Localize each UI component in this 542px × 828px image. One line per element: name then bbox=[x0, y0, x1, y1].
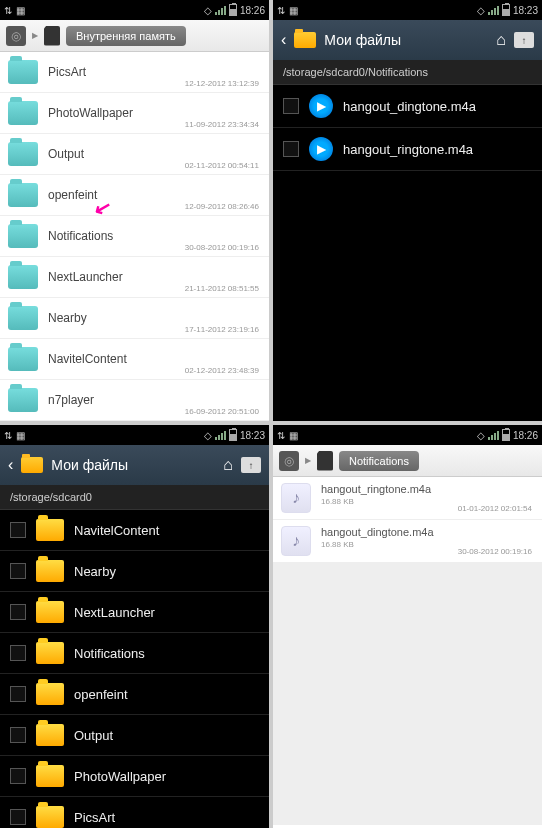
folder-row[interactable]: Nearby bbox=[0, 551, 269, 592]
file-row[interactable]: ▶hangout_dingtone.m4a bbox=[273, 85, 542, 128]
chevron-right-icon: ▶ bbox=[32, 31, 38, 40]
timestamp: 16-09-2012 20:51:00 bbox=[185, 407, 259, 416]
folder-row[interactable]: PicsArt12-12-2012 13:12:39 bbox=[0, 52, 269, 93]
sdcard-icon[interactable] bbox=[317, 451, 333, 471]
folder-row[interactable]: Output bbox=[0, 715, 269, 756]
signal-icon bbox=[215, 5, 226, 15]
back-button[interactable]: ‹ bbox=[8, 456, 13, 474]
folder-row[interactable]: PicsArt bbox=[0, 797, 269, 828]
timestamp: 12-09-2012 08:26:46 bbox=[185, 202, 259, 211]
timestamp: 30-08-2012 00:19:16 bbox=[185, 243, 259, 252]
folder-row[interactable]: Nearby17-11-2012 23:19:16 bbox=[0, 298, 269, 339]
folder-row[interactable]: NavitelContent bbox=[0, 510, 269, 551]
app-icon: ▦ bbox=[289, 430, 298, 441]
folder-name: Notifications bbox=[74, 646, 145, 661]
checkbox[interactable] bbox=[283, 98, 299, 114]
status-bar: ⇅▦ ◇ 18:26 bbox=[0, 0, 269, 20]
checkbox[interactable] bbox=[10, 686, 26, 702]
signal-icon bbox=[488, 430, 499, 440]
signal-icon bbox=[488, 5, 499, 15]
audio-icon: ▶ bbox=[309, 137, 333, 161]
file-row[interactable]: ▶hangout_ringtone.m4a bbox=[273, 128, 542, 171]
root-button[interactable]: ◎ bbox=[6, 26, 26, 46]
path-bar[interactable]: /storage/sdcard0 bbox=[0, 485, 269, 510]
folder-icon bbox=[8, 142, 38, 166]
file-list[interactable]: ♪hangout_ringtone.m4a16.88 KB01-01-2012 … bbox=[273, 477, 542, 563]
status-bar: ⇅▦ ◇ 18:26 bbox=[273, 425, 542, 445]
file-row[interactable]: ♪hangout_dingtone.m4a16.88 KB30-08-2012 … bbox=[273, 520, 542, 563]
back-button[interactable]: ‹ bbox=[281, 31, 286, 49]
app-title: Мои файлы bbox=[51, 457, 215, 473]
file-name: hangout_ringtone.m4a bbox=[343, 142, 473, 157]
checkbox[interactable] bbox=[10, 563, 26, 579]
timestamp: 17-11-2012 23:19:16 bbox=[185, 325, 259, 334]
signal-icon bbox=[215, 430, 226, 440]
folder-row[interactable]: Output02-11-2012 00:54:11 bbox=[0, 134, 269, 175]
up-button[interactable]: ↑ bbox=[514, 32, 534, 48]
pane-light-root: ⇅▦ ◇ 18:26 ◎ ▶ Внутренняя память PicsArt… bbox=[0, 0, 269, 421]
checkbox[interactable] bbox=[10, 768, 26, 784]
folder-row[interactable]: PhotoWallpaper11-09-2012 23:34:34 bbox=[0, 93, 269, 134]
checkbox[interactable] bbox=[10, 645, 26, 661]
checkbox[interactable] bbox=[283, 141, 299, 157]
clock: 18:26 bbox=[240, 5, 265, 16]
checkbox[interactable] bbox=[10, 727, 26, 743]
usb-icon: ⇅ bbox=[277, 430, 285, 441]
folder-icon bbox=[36, 765, 64, 787]
folder-icon bbox=[8, 265, 38, 289]
folder-name: openfeint bbox=[48, 188, 261, 202]
path-bar[interactable]: /storage/sdcard0/Notifications bbox=[273, 60, 542, 85]
timestamp: 21-11-2012 08:51:55 bbox=[185, 284, 259, 293]
pane-light-notifications: ⇅▦ ◇ 18:26 ◎ ▶ Notifications ♪hangout_ri… bbox=[273, 425, 542, 828]
status-bar: ⇅▦ ◇ 18:23 bbox=[0, 425, 269, 445]
home-button[interactable]: ⌂ bbox=[223, 456, 233, 474]
folder-name: PicsArt bbox=[48, 65, 261, 79]
folder-row[interactable]: NextLauncher bbox=[0, 592, 269, 633]
folder-icon bbox=[8, 224, 38, 248]
checkbox[interactable] bbox=[10, 809, 26, 825]
folder-row[interactable]: PhotoWallpaper bbox=[0, 756, 269, 797]
music-icon: ♪ bbox=[281, 526, 311, 556]
app-icon: ▦ bbox=[16, 5, 25, 16]
breadcrumb[interactable]: Notifications bbox=[339, 451, 419, 471]
file-name: hangout_dingtone.m4a bbox=[343, 99, 476, 114]
folder-list[interactable]: PicsArt12-12-2012 13:12:39PhotoWallpaper… bbox=[0, 52, 269, 421]
folder-list[interactable]: NavitelContentNearbyNextLauncherNotifica… bbox=[0, 510, 269, 828]
wifi-icon: ◇ bbox=[204, 430, 212, 441]
folder-name: Notifications bbox=[48, 229, 261, 243]
folder-row[interactable]: openfeint bbox=[0, 674, 269, 715]
up-button[interactable]: ↑ bbox=[241, 457, 261, 473]
folder-row[interactable]: NavitelContent02-12-2012 23:48:39 bbox=[0, 339, 269, 380]
clock: 18:23 bbox=[513, 5, 538, 16]
folder-icon bbox=[294, 32, 316, 48]
file-row[interactable]: ♪hangout_ringtone.m4a16.88 KB01-01-2012 … bbox=[273, 477, 542, 520]
checkbox[interactable] bbox=[10, 604, 26, 620]
folder-icon bbox=[36, 560, 64, 582]
folder-row[interactable]: n7player16-09-2012 20:51:00 bbox=[0, 380, 269, 421]
clock: 18:26 bbox=[513, 430, 538, 441]
folder-icon bbox=[36, 806, 64, 828]
folder-row[interactable]: NextLauncher21-11-2012 08:51:55 bbox=[0, 257, 269, 298]
folder-row[interactable]: Notifications bbox=[0, 633, 269, 674]
root-button[interactable]: ◎ bbox=[279, 451, 299, 471]
breadcrumb[interactable]: Внутренняя память bbox=[66, 26, 186, 46]
sdcard-icon[interactable] bbox=[44, 26, 60, 46]
toolbar: ‹ Мои файлы ⌂ ↑ bbox=[273, 20, 542, 60]
file-name: hangout_dingtone.m4a bbox=[321, 526, 434, 538]
wifi-icon: ◇ bbox=[477, 430, 485, 441]
timestamp: 12-12-2012 13:12:39 bbox=[185, 79, 259, 88]
folder-row[interactable]: Notifications30-08-2012 00:19:16 bbox=[0, 216, 269, 257]
folder-name: NavitelContent bbox=[74, 523, 159, 538]
file-size: 16.88 KB bbox=[321, 540, 434, 549]
folder-name: Output bbox=[74, 728, 113, 743]
folder-name: NextLauncher bbox=[48, 270, 261, 284]
music-icon: ♪ bbox=[281, 483, 311, 513]
folder-name: openfeint bbox=[74, 687, 128, 702]
home-button[interactable]: ⌂ bbox=[496, 31, 506, 49]
toolbar: ◎ ▶ Notifications bbox=[273, 445, 542, 477]
folder-row[interactable]: openfeint12-09-2012 08:26:46 bbox=[0, 175, 269, 216]
checkbox[interactable] bbox=[10, 522, 26, 538]
folder-icon bbox=[36, 724, 64, 746]
file-list[interactable]: ▶hangout_dingtone.m4a▶hangout_ringtone.m… bbox=[273, 85, 542, 413]
status-bar: ⇅▦ ◇ 18:23 bbox=[273, 0, 542, 20]
